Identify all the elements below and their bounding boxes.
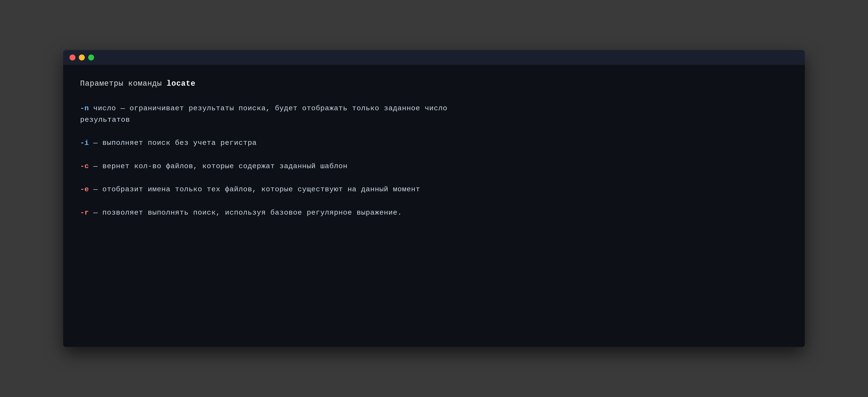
param-block-e: -e — отобразит имена только тех файлов, … (80, 183, 788, 195)
flag-i: -i (80, 139, 89, 147)
flag-e: -e (80, 186, 89, 193)
terminal-content: Параметры команды locate -n число — огра… (63, 65, 805, 247)
param-block-r: -r — позволяет выполнять поиск, использу… (80, 207, 788, 219)
param-i-text: — выполняет поиск без учета регистра (89, 139, 257, 147)
page-title: Параметры команды locate (80, 78, 788, 90)
title-prefix: Параметры команды (80, 79, 166, 88)
flag-n: -n (80, 104, 89, 112)
flag-c: -c (80, 162, 89, 170)
param-n-text: число — ограничивает результаты поиска, … (80, 104, 447, 124)
param-e-text: — отобразит имена только тех файлов, кот… (89, 186, 420, 193)
param-block-c: -c — вернет кол-во файлов, которые содер… (80, 161, 788, 172)
flag-r: -r (80, 209, 89, 217)
param-c-text: — вернет кол-во файлов, которые содержат… (89, 162, 347, 170)
close-button[interactable] (69, 55, 75, 60)
maximize-button[interactable] (88, 55, 94, 60)
terminal-window: Параметры команды locate -n число — огра… (63, 50, 805, 347)
title-command: locate (166, 79, 195, 88)
minimize-button[interactable] (79, 55, 85, 60)
terminal-titlebar (63, 50, 805, 65)
param-block-i: -i — выполняет поиск без учета регистра (80, 137, 788, 149)
param-block-n: -n число — ограничивает результаты поиск… (80, 103, 788, 126)
param-r-text: — позволяет выполнять поиск, используя б… (89, 209, 402, 217)
